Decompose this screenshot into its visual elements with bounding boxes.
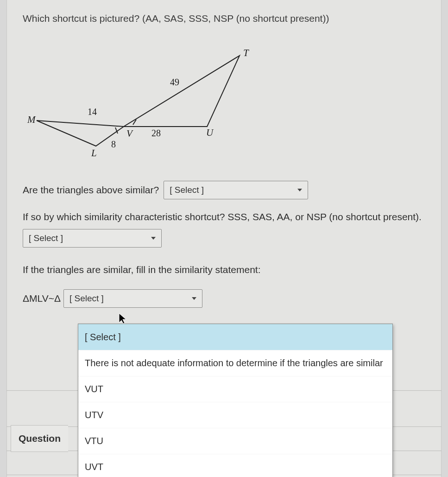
q3-dropdown[interactable]: [ Select ] There is not adequate informa… <box>78 324 393 477</box>
point-M: M <box>27 114 36 126</box>
question-tab[interactable]: Question <box>11 425 68 452</box>
svg-marker-4 <box>119 313 126 324</box>
q2-text: If so by which similarity characteristic… <box>23 211 425 223</box>
point-U: U <box>206 127 213 139</box>
length-VT: 49 <box>170 77 179 88</box>
dropdown-option[interactable]: VUT <box>78 376 392 402</box>
question-prompt: Which shortcut is pictured? (AA, SAS, SS… <box>23 13 425 24</box>
point-V: V <box>126 128 133 140</box>
chevron-down-icon <box>297 189 302 191</box>
dropdown-option[interactable]: VTU <box>78 428 392 454</box>
similarity-prefix: ΔMLV~Δ <box>23 293 61 304</box>
dropdown-option[interactable]: UTV <box>78 402 392 428</box>
geometry-figure: M L V U T 14 8 28 49 <box>23 37 282 167</box>
q2-select-label: [ Select ] <box>29 233 63 243</box>
svg-marker-0 <box>37 121 124 146</box>
chevron-down-icon <box>151 237 156 240</box>
cursor-icon <box>118 312 127 324</box>
length-LV: 8 <box>111 139 116 150</box>
q2-select[interactable]: [ Select ] <box>23 229 162 248</box>
q3-select-label: [ Select ] <box>69 293 104 304</box>
q3-text: If the triangles are similar, fill in th… <box>23 264 261 275</box>
point-L: L <box>91 147 97 159</box>
length-VU: 28 <box>151 128 161 139</box>
q1-select[interactable]: [ Select ] <box>164 181 308 199</box>
point-T: T <box>243 47 249 59</box>
chevron-down-icon <box>192 297 196 300</box>
dropdown-option[interactable]: [ Select ] <box>78 324 392 350</box>
dropdown-option[interactable]: There is not adequate information to det… <box>78 350 392 376</box>
q3-select[interactable]: [ Select ] <box>63 289 202 308</box>
q1-text: Are the triangles above similar? <box>23 184 159 196</box>
q1-select-label: [ Select ] <box>170 185 204 195</box>
dropdown-option[interactable]: UVT <box>78 454 392 477</box>
length-ML: 14 <box>88 107 97 117</box>
svg-marker-1 <box>124 56 240 127</box>
